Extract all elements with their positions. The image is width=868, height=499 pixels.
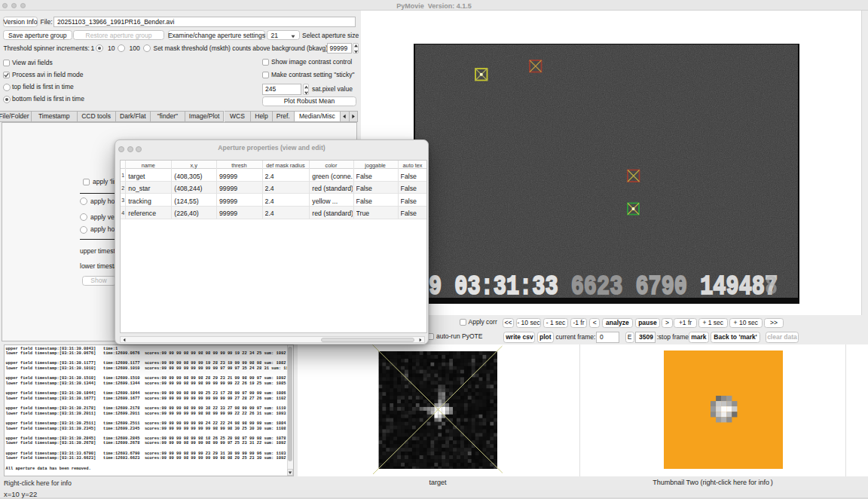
svg-text:8: 8 <box>765 270 778 302</box>
svg-text:14948: 14948 <box>700 270 765 302</box>
svg-text:9 03:31:33: 9 03:31:33 <box>429 270 558 302</box>
svg-text:6623: 6623 <box>571 270 623 302</box>
svg-text:6790: 6790 <box>635 270 687 302</box>
